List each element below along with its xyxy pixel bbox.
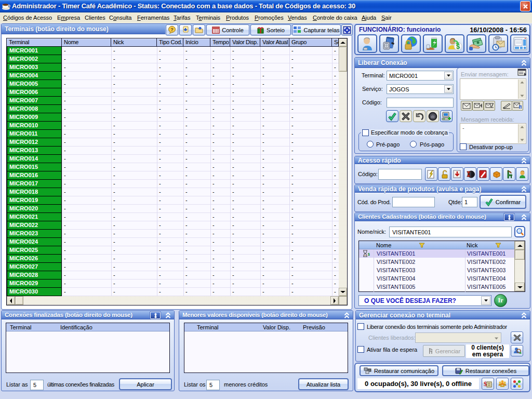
svg-text:$: $ — [368, 252, 370, 257]
svg-text:?: ? — [170, 27, 174, 32]
